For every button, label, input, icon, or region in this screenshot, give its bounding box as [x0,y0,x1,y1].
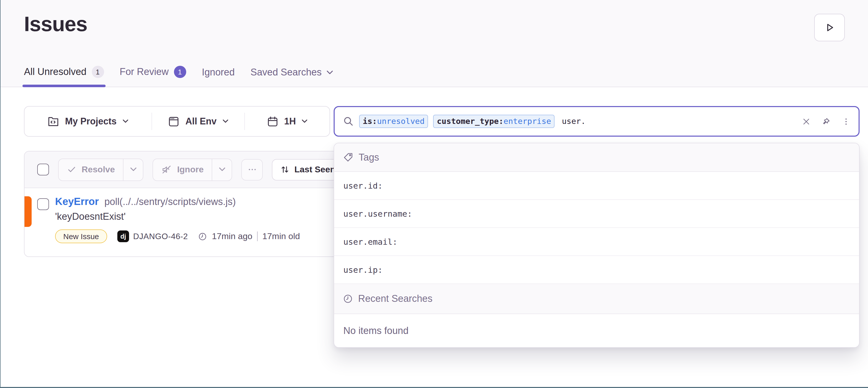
projects-folder-icon [48,116,59,127]
new-issue-badge: New Issue [55,229,107,243]
error-level-bar [25,196,32,227]
project-selector[interactable]: My Projects [25,106,152,136]
tab-all-unresolved[interactable]: All Unresolved 1 [24,66,104,87]
ellipsis-icon [247,165,257,174]
select-all-checkbox[interactable] [37,164,49,175]
search-icon [343,116,354,127]
window-bottom-edge [0,387,868,388]
play-icon [824,22,835,33]
tag-icon [343,152,353,163]
mute-icon [161,164,172,175]
issues-page: Issues All Unresolved 1 For Review 1 Ign… [0,0,868,388]
close-icon [802,117,811,126]
issues-tabs: All Unresolved 1 For Review 1 Ignored Sa… [24,66,333,87]
resolve-button-label: Resolve [82,164,115,174]
replay-tour-button[interactable] [814,14,844,41]
chevron-down-icon [122,119,128,123]
issue-title-link[interactable]: KeyError [55,196,99,207]
clock-icon [343,294,353,304]
issue-search-input[interactable]: is:unresolved customer_type:enterprise u… [334,106,860,137]
chevron-down-icon [222,119,228,123]
search-token-customer-type[interactable]: customer_type:enterprise [433,115,555,128]
search-typed-text: user. [562,117,586,126]
autocomplete-item-user-email[interactable]: user.email: [334,228,859,256]
window-left-edge [0,0,1,388]
sort-button-label: Last Seen [294,164,335,174]
autocomplete-item-user-ip[interactable]: user.ip: [334,256,859,284]
resolve-button-group: Resolve [58,158,143,181]
tab-for-review[interactable]: For Review 1 [120,66,186,87]
tab-label: For Review [120,66,168,77]
project-selector-label: My Projects [65,116,117,127]
resolve-button[interactable]: Resolve [59,159,123,180]
recent-searches-header: Recent Searches [334,284,859,314]
active-tab-underline [23,85,105,87]
clear-search-button[interactable] [802,117,811,126]
search-autocomplete-dropdown: Tags user.id: user.username: user.email:… [334,143,860,348]
issue-culprit: poll(../../sentry/scripts/views.js) [104,196,236,207]
search-menu-button[interactable] [842,117,850,126]
tab-count-badge: 1 [92,66,104,78]
resolve-dropdown-button[interactable] [123,159,143,180]
ignore-button-group: Ignore [153,158,232,181]
check-icon [67,165,76,174]
calendar-icon [267,116,279,127]
issue-timestamps: 17min ago 17min old [198,231,300,241]
tab-label: All Unresolved [24,66,87,77]
timerange-selector-label: 1H [284,116,296,127]
autocomplete-item-user-username[interactable]: user.username: [334,200,859,228]
tab-ignored[interactable]: Ignored [202,67,235,87]
ignore-button[interactable]: Ignore [153,159,212,180]
kebab-menu-icon [842,117,850,126]
environment-selector[interactable]: All Env [152,106,244,136]
clock-icon [198,232,207,241]
django-platform-icon: dj [117,230,129,242]
tab-label: Ignored [202,67,235,78]
no-items-message: No items found [334,314,859,347]
tab-count-badge: 1 [174,66,186,78]
tab-saved-searches[interactable]: Saved Searches [250,67,333,87]
pin-icon [821,117,831,126]
tags-section-label: Tags [359,152,379,163]
page-filter-bar: My Projects All Env [24,106,330,137]
autocomplete-item-user-id[interactable]: user.id: [334,172,859,200]
pin-search-button[interactable] [821,117,831,126]
page-title: Issues [24,12,87,36]
chevron-down-icon [130,167,136,172]
environment-window-icon [168,116,180,127]
issue-age: 17min old [262,231,300,241]
issue-short-id: DJANGO-46-2 [133,232,188,241]
sort-arrows-icon [280,165,290,174]
chevron-down-icon [219,167,225,172]
timestamp-divider [257,231,258,241]
search-actions [802,117,850,126]
more-actions-button[interactable] [241,159,263,180]
issue-last-seen: 17min ago [212,231,252,241]
timerange-selector[interactable]: 1H [245,106,330,136]
tags-section-header: Tags [334,143,859,172]
ignore-button-label: Ignore [177,164,204,174]
chevron-down-icon [302,119,308,123]
chevron-down-icon [327,70,333,75]
environment-selector-label: All Env [185,116,217,127]
recent-searches-label: Recent Searches [358,293,433,304]
page-header: Issues All Unresolved 1 For Review 1 Ign… [0,0,868,87]
issue-checkbox[interactable] [37,198,49,210]
ignore-dropdown-button[interactable] [212,159,231,180]
search-token-is-unresolved[interactable]: is:unresolved [359,115,428,128]
tab-label: Saved Searches [250,67,322,78]
project-badge[interactable]: dj DJANGO-46-2 [117,230,188,242]
